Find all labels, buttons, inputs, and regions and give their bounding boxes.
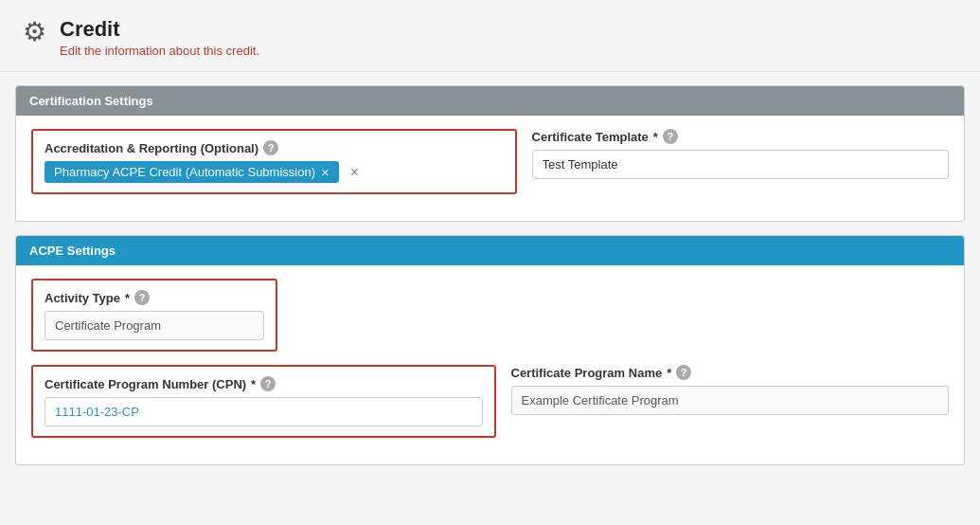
certificate-template-group: Certificate Template* ?	[532, 129, 949, 194]
activity-type-row: Activity Type* ?	[31, 279, 949, 352]
certificate-template-help-icon[interactable]: ?	[663, 129, 678, 144]
header-text: Credit Edit the information about this c…	[60, 17, 259, 58]
cpn-group: Certificate Program Number (CPN)* ?	[31, 365, 496, 438]
cpn-name-label: Certificate Program Name* ?	[511, 365, 950, 380]
accreditation-help-icon[interactable]: ?	[263, 140, 278, 155]
cpn-name-group: Certificate Program Name* ?	[511, 365, 950, 438]
page-subtitle: Edit the information about this credit.	[60, 44, 259, 58]
page-title: Credit	[60, 17, 259, 42]
gear-icon: ⚙	[23, 19, 46, 45]
activity-type-label: Activity Type* ?	[45, 290, 264, 305]
acpe-settings-section: ACPE Settings Activity Type* ? Certifica…	[15, 235, 965, 465]
tag-remove-button[interactable]: ×	[321, 165, 330, 179]
cpn-help-icon[interactable]: ?	[260, 376, 276, 391]
activity-type-help-icon[interactable]: ?	[134, 290, 150, 305]
accreditation-label: Accreditation & Reporting (Optional) ?	[45, 140, 504, 155]
page-header: ⚙ Credit Edit the information about this…	[0, 0, 980, 72]
activity-type-group: Activity Type* ?	[31, 279, 277, 352]
certification-settings-header: Certification Settings	[16, 86, 964, 116]
cpn-name-input[interactable]	[511, 386, 950, 415]
tag-label: Pharmacy ACPE Credit (Automatic Submissi…	[54, 165, 315, 179]
certificate-template-label: Certificate Template* ?	[532, 129, 949, 144]
certificate-template-input[interactable]	[532, 150, 949, 179]
accreditation-tag-row: Pharmacy ACPE Credit (Automatic Submissi…	[45, 161, 504, 183]
accreditation-group: Accreditation & Reporting (Optional) ? P…	[31, 129, 517, 194]
acpe-settings-header: ACPE Settings	[16, 236, 964, 265]
activity-type-input[interactable]	[45, 311, 264, 340]
certification-settings-section: Certification Settings Accreditation & R…	[15, 85, 965, 222]
cpn-row: Certificate Program Number (CPN)* ? Cert…	[31, 365, 949, 438]
acpe-settings-body: Activity Type* ? Certificate Program Num…	[16, 265, 964, 464]
cpn-label: Certificate Program Number (CPN)* ?	[45, 376, 483, 391]
certification-settings-body: Accreditation & Reporting (Optional) ? P…	[16, 116, 964, 221]
tag-clear-button[interactable]: ×	[350, 164, 359, 181]
cpn-input[interactable]	[45, 397, 483, 426]
certification-form-row: Accreditation & Reporting (Optional) ? P…	[31, 129, 949, 194]
accreditation-tag: Pharmacy ACPE Credit (Automatic Submissi…	[45, 161, 339, 183]
cpn-name-help-icon[interactable]: ?	[676, 365, 691, 380]
